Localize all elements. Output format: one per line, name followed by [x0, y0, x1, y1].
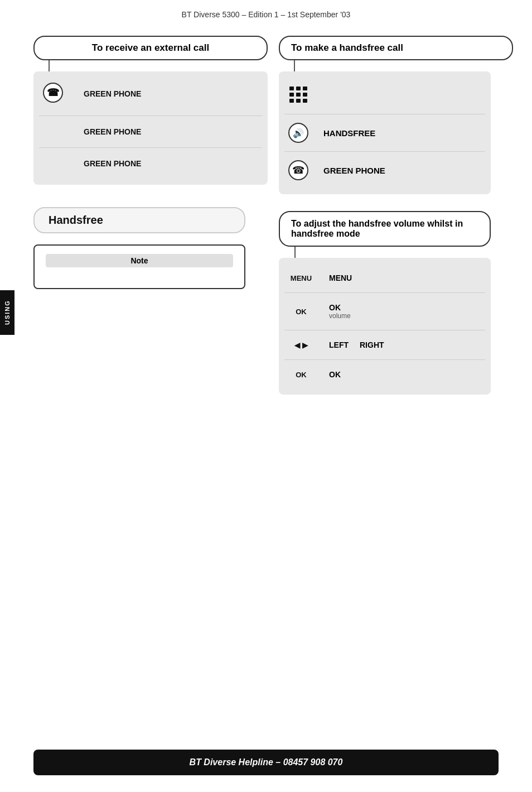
- adjust-step-ok1: OK OK volume: [279, 293, 491, 330]
- page-header: BT Diverse 5300 – Edition 1 – 1st Septem…: [0, 0, 532, 25]
- make-step-label-3: GREEN PHONE: [312, 166, 385, 175]
- step-row-3: GREEN PHONE: [33, 148, 268, 179]
- make-call-callout: To make a handsfree call: [279, 36, 513, 60]
- adjust-label-arrows: LEFT RIGHT: [318, 340, 384, 349]
- adjust-label-ok1: OK volume: [318, 303, 351, 320]
- receive-call-callout: To receive an external call: [33, 36, 268, 60]
- svg-rect-8: [289, 99, 294, 103]
- svg-rect-6: [296, 93, 301, 97]
- svg-rect-2: [289, 87, 294, 90]
- sidebar-using-label: USING: [0, 290, 14, 335]
- adjust-steps: MENU MENU OK OK volume ◀ ▶: [279, 258, 491, 395]
- left-column: To receive an external call ☎ GREEN PHON…: [33, 36, 268, 289]
- handsfree-icon: 🔊: [284, 123, 312, 143]
- svg-text:☎: ☎: [47, 87, 59, 98]
- make-step-label-2: HANDSFREE: [312, 128, 375, 138]
- footer-helpline: BT Diverse Helpline – 08457 908 070: [33, 750, 499, 775]
- svg-text:🔊: 🔊: [293, 128, 304, 138]
- main-content: To receive an external call ☎ GREEN PHON…: [0, 25, 532, 406]
- svg-rect-5: [289, 93, 294, 97]
- left-label: LEFT: [329, 340, 349, 349]
- connector-line: [49, 60, 50, 71]
- ok-icon-1: OK: [284, 308, 318, 316]
- arrow-right-icon: ▶: [302, 341, 308, 349]
- svg-text:☎: ☎: [292, 165, 304, 176]
- svg-rect-10: [303, 99, 307, 103]
- adjust-connector: [294, 247, 296, 258]
- handsfree-label: Handsfree: [33, 207, 245, 233]
- svg-rect-3: [296, 87, 301, 90]
- step-label-2: GREEN PHONE: [67, 127, 141, 136]
- adjust-step-menu: MENU MENU: [279, 263, 491, 292]
- note-box: Note: [33, 244, 245, 289]
- phone-icon-right: ☎: [284, 160, 312, 180]
- right-label: RIGHT: [360, 340, 384, 349]
- receive-call-steps: ☎ GREEN PHONE GREEN PHONE GREEN PHONE: [33, 71, 268, 185]
- ok-icon-2: OK: [284, 371, 318, 379]
- step-row-2: GREEN PHONE: [33, 116, 268, 147]
- adjust-step-ok2: OK OK: [279, 360, 491, 389]
- make-step-row-3: ☎ GREEN PHONE: [279, 152, 491, 189]
- make-step-row-2: 🔊 HANDSFREE: [279, 114, 491, 151]
- svg-rect-9: [296, 99, 301, 103]
- adjust-callout: To adjust the handsfree volume whilst in…: [279, 211, 491, 247]
- arrows-icon: ◀ ▶: [284, 341, 318, 349]
- connector-line-right: [294, 60, 295, 71]
- make-call-steps: 🔊 HANDSFREE ☎ GREEN PHONE: [279, 71, 491, 194]
- phone-icon-1: ☎: [39, 83, 67, 104]
- menu-icon: MENU: [284, 274, 318, 282]
- arrow-left-icon: ◀: [294, 341, 300, 349]
- make-step-row-1: [279, 77, 491, 114]
- adjust-label-ok2: OK: [318, 370, 341, 379]
- right-column: To make a handsfree call: [279, 36, 513, 395]
- step-label-3: GREEN PHONE: [67, 159, 141, 168]
- step-row-1: ☎ GREEN PHONE: [33, 71, 268, 116]
- svg-rect-4: [303, 87, 307, 90]
- note-title: Note: [46, 254, 233, 267]
- adjust-label-menu: MENU: [318, 273, 352, 282]
- step-label-1: GREEN PHONE: [67, 89, 141, 98]
- keypad-icon: [284, 85, 312, 105]
- adjust-step-arrows: ◀ ▶ LEFT RIGHT: [279, 330, 491, 359]
- svg-rect-7: [303, 93, 307, 97]
